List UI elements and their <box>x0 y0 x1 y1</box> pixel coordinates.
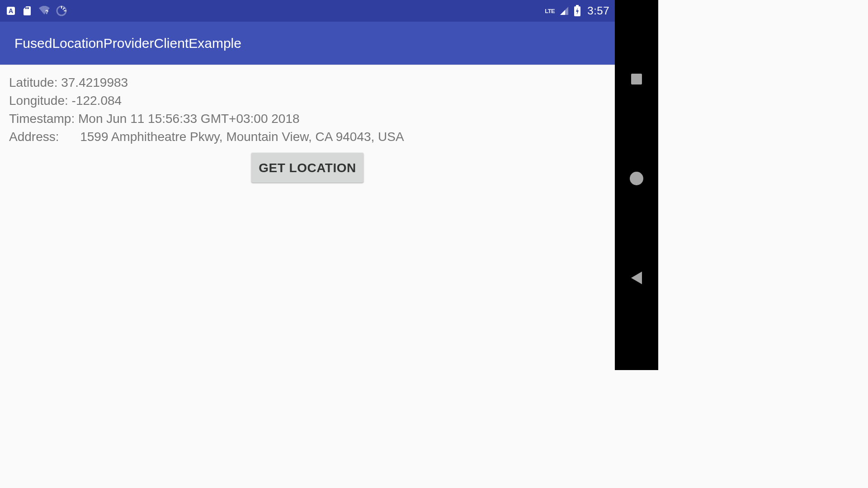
nav-home-button[interactable] <box>630 172 643 185</box>
svg-rect-4 <box>28 7 29 9</box>
get-location-button[interactable]: GET LOCATION <box>251 153 363 183</box>
status-clock: 3:57 <box>587 5 609 17</box>
loading-spinner-icon <box>56 5 67 16</box>
address-value: 1599 Amphitheatre Pkwy, Mountain View, C… <box>80 128 404 145</box>
latitude-label: Latitude: <box>9 74 61 91</box>
wifi-question-icon: ? <box>38 5 51 16</box>
keyboard-icon: A <box>5 5 16 16</box>
main-content: Latitude: 37.4219983 Longitude: -122.084… <box>0 65 615 183</box>
svg-text:A: A <box>9 7 13 14</box>
svg-text:?: ? <box>45 9 48 15</box>
timestamp-row: Timestamp: Mon Jun 11 15:56:33 GMT+03:00… <box>9 110 606 127</box>
action-bar: FusedLocationProviderClientExample <box>0 22 615 65</box>
lte-label: LTE <box>545 8 555 14</box>
svg-rect-10 <box>576 5 579 6</box>
latitude-row: Latitude: 37.4219983 <box>9 74 606 91</box>
timestamp-label: Timestamp: <box>9 110 78 127</box>
device-screen: A ? LTE 3:57 <box>0 0 615 370</box>
nav-overview-button[interactable] <box>630 72 643 86</box>
timestamp-value: Mon Jun 11 15:56:33 GMT+03:00 2018 <box>78 110 300 127</box>
app-title: FusedLocationProviderClientExample <box>14 36 241 51</box>
svg-rect-2 <box>25 7 26 9</box>
longitude-row: Longitude: -122.084 <box>9 92 606 109</box>
svg-rect-3 <box>27 7 28 9</box>
nav-back-button[interactable] <box>630 271 643 285</box>
battery-charging-icon <box>574 5 581 17</box>
longitude-label: Longitude: <box>9 92 72 109</box>
longitude-value: -122.084 <box>72 92 122 109</box>
address-row: Address: 1599 Amphitheatre Pkwy, Mountai… <box>9 128 606 145</box>
address-label: Address: <box>9 128 80 145</box>
sd-card-icon <box>22 5 33 16</box>
cell-signal-icon <box>559 6 569 16</box>
latitude-value: 37.4219983 <box>61 74 128 91</box>
status-bar: A ? LTE 3:57 <box>0 0 615 22</box>
nav-bar <box>615 0 658 370</box>
svg-line-8 <box>63 8 65 9</box>
